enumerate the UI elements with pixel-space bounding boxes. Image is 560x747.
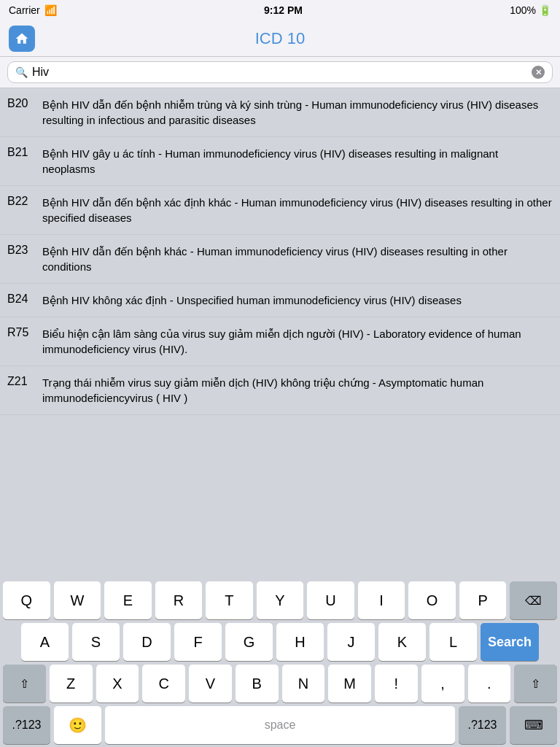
key-d[interactable]: D (123, 623, 171, 661)
search-icon: 🔍 (15, 66, 28, 78)
result-code: B24 (7, 293, 34, 306)
result-code: Z21 (7, 375, 34, 388)
key-r[interactable]: R (155, 581, 203, 619)
key-z[interactable]: Z (50, 665, 93, 703)
key-p[interactable]: P (459, 581, 507, 619)
table-row[interactable]: B20Bệnh HIV dẫn đến bệnh nhiễm trùng và … (0, 88, 560, 137)
result-code: R75 (7, 326, 34, 339)
key-v[interactable]: V (189, 665, 232, 703)
status-right: 100% 🔋 (510, 4, 551, 16)
keyboard-bottom-row: .?123 🙂 space .?123 ⌨ (3, 706, 557, 744)
key-s[interactable]: S (72, 623, 120, 661)
result-code: B20 (7, 97, 34, 110)
table-row[interactable]: B23Bệnh HIV dẫn đến bệnh khác - Human im… (0, 235, 560, 284)
carrier-label: Carrier (9, 4, 40, 16)
result-text: Bệnh HIV dẫn đến bệnh xác định khác - Hu… (42, 195, 553, 225)
key-a[interactable]: A (21, 623, 69, 661)
key-y[interactable]: Y (257, 581, 304, 619)
result-code: B22 (7, 195, 34, 208)
key-h[interactable]: H (276, 623, 324, 661)
key-exclaim[interactable]: ! (375, 665, 418, 703)
key-x[interactable]: X (96, 665, 139, 703)
results-list: B20Bệnh HIV dẫn đến bệnh nhiễm trùng và … (0, 88, 560, 415)
empty-area (0, 415, 560, 577)
home-icon (15, 31, 29, 46)
key-n[interactable]: N (282, 665, 325, 703)
keyboard-row-2: A S D F G H J K L Search (3, 623, 557, 661)
table-row[interactable]: R75Biểu hiện cận lâm sàng của virus suy … (0, 317, 560, 366)
keyboard-row-3: ⇧ Z X C V B N M ! , . ⇧ (3, 665, 557, 703)
status-left: Carrier 📶 (9, 4, 57, 16)
num-key-left[interactable]: .?123 (3, 706, 50, 744)
key-g[interactable]: G (225, 623, 273, 661)
result-code: B21 (7, 146, 34, 159)
wifi-icon: 📶 (44, 4, 57, 16)
table-row[interactable]: B21Bệnh HIV gây u ác tính - Human immuno… (0, 137, 560, 186)
search-bar: 🔍 ✕ (7, 61, 553, 83)
search-input[interactable] (32, 66, 527, 79)
content-area: B20Bệnh HIV dẫn đến bệnh nhiễm trùng và … (0, 88, 560, 577)
key-c[interactable]: C (142, 665, 185, 703)
space-key[interactable]: space (105, 706, 455, 744)
result-text: Bệnh HIV dẫn đến bệnh nhiễm trùng và ký … (42, 97, 553, 128)
key-l[interactable]: L (429, 623, 477, 661)
table-row[interactable]: B24Bệnh HIV không xác định - Unspecified… (0, 284, 560, 317)
keyboard-switch-key[interactable]: ⌨ (510, 706, 557, 744)
shift-key-right[interactable]: ⇧ (514, 665, 557, 703)
key-b[interactable]: B (236, 665, 279, 703)
key-i[interactable]: I (358, 581, 405, 619)
result-text: Biểu hiện cận lâm sàng của virus suy giả… (42, 326, 553, 357)
battery-icon: 🔋 (539, 4, 551, 16)
keyboard: Q W E R T Y U I O P ⌫ A S D F G H J K L … (0, 577, 560, 747)
result-text: Bệnh HIV không xác định - Unspecified hu… (42, 293, 553, 308)
table-row[interactable]: B22Bệnh HIV dẫn đến bệnh xác định khác -… (0, 186, 560, 235)
result-text: Bệnh HIV dẫn đến bệnh khác - Human immun… (42, 244, 553, 274)
status-bar: Carrier 📶 9:12 PM 100% 🔋 (0, 0, 560, 20)
keyboard-row-1: Q W E R T Y U I O P ⌫ (3, 581, 557, 619)
key-t[interactable]: T (206, 581, 253, 619)
result-code: B23 (7, 244, 34, 257)
main-content: ICD 10 🔍 ✕ B20Bệnh HIV dẫn đến bệnh nhiễ… (0, 20, 560, 747)
key-e[interactable]: E (104, 581, 152, 619)
result-text: Bệnh HIV gây u ác tính - Human immunodef… (42, 146, 553, 177)
shift-key[interactable]: ⇧ (3, 665, 46, 703)
home-button[interactable] (9, 26, 35, 52)
emoji-key[interactable]: 🙂 (54, 706, 101, 744)
key-w[interactable]: W (54, 581, 101, 619)
clear-search-button[interactable]: ✕ (532, 66, 545, 79)
key-m[interactable]: M (328, 665, 371, 703)
key-j[interactable]: J (327, 623, 375, 661)
nav-bar: ICD 10 (0, 20, 560, 57)
page-title: ICD 10 (255, 29, 305, 48)
key-f[interactable]: F (174, 623, 222, 661)
table-row[interactable]: Z21Trạng thái nhiễm virus suy giảm miễn … (0, 366, 560, 415)
search-key[interactable]: Search (481, 623, 539, 661)
result-text: Trạng thái nhiễm virus suy giảm miễn dịc… (42, 375, 553, 406)
key-u[interactable]: U (307, 581, 354, 619)
key-k[interactable]: K (378, 623, 426, 661)
backspace-key[interactable]: ⌫ (510, 581, 557, 619)
battery-label: 100% (510, 4, 536, 16)
key-period[interactable]: . (468, 665, 511, 703)
dot-num-key[interactable]: .?123 (459, 706, 506, 744)
search-bar-container: 🔍 ✕ (0, 57, 560, 88)
key-q[interactable]: Q (3, 581, 50, 619)
key-o[interactable]: O (408, 581, 456, 619)
key-comma[interactable]: , (421, 665, 464, 703)
status-time: 9:12 PM (264, 4, 303, 16)
